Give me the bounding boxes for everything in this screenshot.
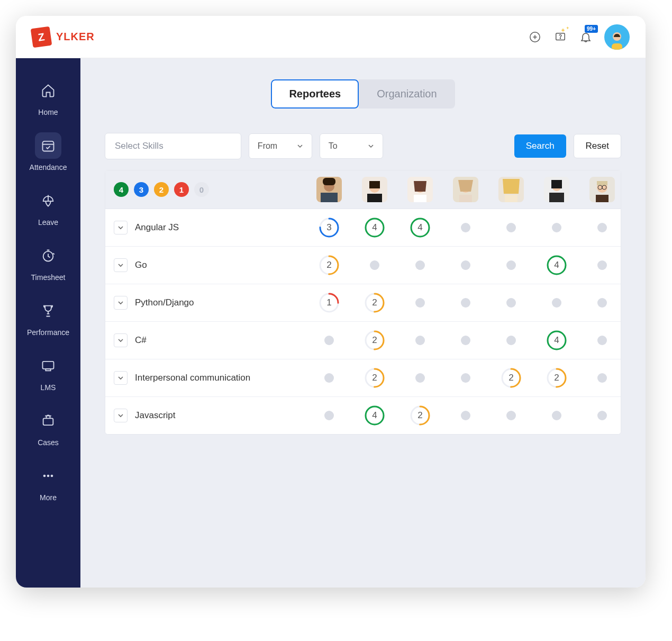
- empty-dot-icon: [415, 373, 425, 383]
- sidebar-item-leave[interactable]: Leave: [26, 183, 70, 231]
- score-cell: 2: [352, 322, 397, 359]
- empty-dot-icon: [415, 260, 425, 270]
- skill-row: Javascript 4 2: [105, 397, 621, 434]
- svg-point-13: [43, 475, 46, 477]
- svg-rect-6: [612, 43, 622, 50]
- notifications-button[interactable]: 99+: [579, 30, 593, 44]
- legend-4: 4: [114, 182, 129, 197]
- expand-button[interactable]: [114, 221, 128, 234]
- chevron-down-icon: [117, 337, 124, 344]
- to-select[interactable]: To: [320, 133, 383, 159]
- empty-dot-icon: [461, 260, 470, 270]
- empty-dot-icon: [461, 411, 470, 420]
- person-column[interactable]: [534, 170, 579, 209]
- empty-dot-icon: [461, 336, 470, 345]
- skills-select[interactable]: Select Skills: [105, 133, 241, 159]
- skill-row: Angular JS 3 4 4: [105, 209, 621, 247]
- svg-point-15: [51, 475, 53, 477]
- user-avatar[interactable]: [604, 24, 630, 50]
- help-button[interactable]: [553, 30, 567, 44]
- from-label: From: [258, 141, 277, 151]
- empty-dot-icon: [324, 336, 334, 345]
- score-cell: 2: [306, 247, 352, 284]
- expand-button[interactable]: [114, 333, 128, 347]
- score-ring: 4: [364, 405, 385, 426]
- person-column[interactable]: [579, 170, 621, 209]
- sidebar-item-home[interactable]: Home: [26, 73, 70, 121]
- tab-reportees[interactable]: Reportees: [271, 79, 359, 109]
- svg-rect-12: [43, 418, 53, 425]
- logo-mark: Z: [31, 26, 52, 48]
- sidebar-item-attendance[interactable]: Attendance: [26, 128, 70, 176]
- person-column[interactable]: [352, 170, 397, 209]
- empty-dot-icon: [552, 411, 561, 420]
- score-ring: 2: [364, 367, 385, 389]
- empty-dot-icon: [415, 336, 425, 345]
- sidebar-label: Home: [38, 108, 58, 116]
- add-button[interactable]: [528, 30, 542, 44]
- expand-button[interactable]: [114, 409, 128, 422]
- expand-button[interactable]: [114, 258, 128, 272]
- expand-button[interactable]: [114, 371, 128, 385]
- svg-rect-10: [43, 362, 54, 369]
- skill-row: Python/Django 1 2: [105, 284, 621, 322]
- score-ring: 2: [364, 330, 385, 351]
- matrix-header: 4 3 2 1 0: [105, 170, 621, 209]
- chevron-down-icon: [117, 412, 124, 419]
- empty-dot-icon: [597, 411, 607, 420]
- score-cell: [488, 322, 534, 359]
- score-cell: [443, 284, 488, 321]
- empty-dot-icon: [506, 298, 516, 308]
- notification-badge: 99+: [585, 25, 598, 33]
- sidebar-item-lms[interactable]: LMS: [26, 348, 70, 396]
- person-column[interactable]: [443, 170, 488, 209]
- view-tabs: Reportees Organization: [271, 79, 455, 109]
- sidebar-item-timesheet[interactable]: Timesheet: [26, 238, 70, 286]
- to-label: To: [329, 141, 338, 151]
- score-cell: [397, 247, 443, 284]
- person-column[interactable]: [306, 170, 352, 209]
- sidebar-item-performance[interactable]: Performance: [26, 293, 70, 341]
- sidebar-item-cases[interactable]: Cases: [26, 403, 70, 451]
- skill-name: Angular JS: [135, 222, 179, 233]
- reset-button[interactable]: Reset: [574, 134, 621, 158]
- score-cell: [488, 284, 534, 321]
- skill-row: Interpersonal communication 2 2 2: [105, 359, 621, 397]
- from-select[interactable]: From: [249, 133, 312, 159]
- score-cell: [579, 247, 621, 284]
- svg-point-14: [47, 475, 50, 477]
- score-cell: [534, 209, 579, 246]
- empty-dot-icon: [506, 223, 516, 232]
- score-cell: [488, 397, 534, 434]
- score-ring: 2: [410, 405, 431, 426]
- sidebar-item-more[interactable]: More: [26, 458, 70, 506]
- svg-rect-28: [459, 195, 472, 202]
- sidebar-label: LMS: [41, 383, 56, 392]
- empty-dot-icon: [597, 260, 607, 270]
- score-cell: 4: [534, 322, 579, 359]
- svg-rect-31: [505, 195, 517, 202]
- svg-rect-11: [46, 369, 50, 371]
- person-column[interactable]: [488, 170, 534, 209]
- empty-dot-icon: [506, 411, 516, 420]
- person-column[interactable]: [397, 170, 443, 209]
- score-cell: [488, 247, 534, 284]
- search-button[interactable]: Search: [514, 134, 566, 158]
- skill-cell: Go: [105, 247, 306, 284]
- score-ring: 3: [319, 217, 340, 238]
- score-cell: 2: [352, 359, 397, 396]
- empty-dot-icon: [597, 373, 607, 383]
- filter-bar: Select Skills From To Search Reset: [105, 133, 621, 159]
- sidebar-label: Attendance: [30, 163, 67, 171]
- sidebar-label: Cases: [38, 438, 59, 447]
- brand-logo: Z YLKER: [32, 28, 95, 47]
- chevron-down-icon: [117, 375, 124, 381]
- legend-0: 0: [194, 182, 209, 197]
- score-ring: 1: [319, 292, 340, 313]
- score-cell: 4: [397, 209, 443, 246]
- tab-organization[interactable]: Organization: [359, 79, 455, 109]
- main-content: Reportees Organization Select Skills Fro…: [80, 58, 646, 588]
- empty-dot-icon: [506, 260, 516, 270]
- expand-button[interactable]: [114, 296, 128, 310]
- skill-name: Python/Django: [135, 297, 194, 308]
